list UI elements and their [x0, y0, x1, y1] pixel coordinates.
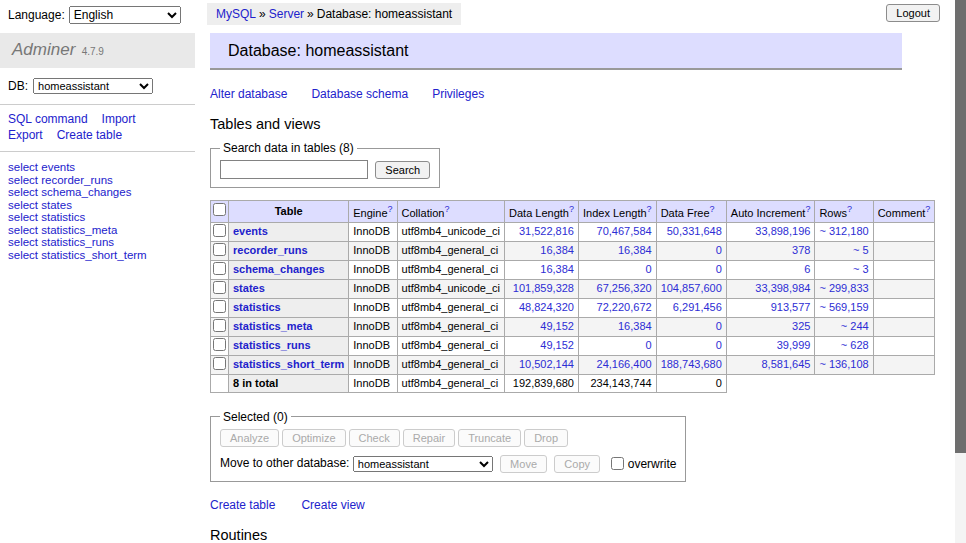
language-select[interactable]: English	[69, 6, 181, 24]
column-header-index-length: Index Length?	[578, 201, 656, 223]
help-superscript: ?	[925, 204, 930, 214]
column-help-link[interactable]: ?	[444, 204, 449, 214]
column-header-collation: Collation?	[397, 201, 504, 223]
sidebar-select-statistics-runs[interactable]: select statistics_runs	[8, 236, 195, 249]
select-all-checkbox[interactable]	[213, 203, 226, 216]
row-checkbox[interactable]	[213, 262, 226, 275]
checkbox-cell	[211, 241, 229, 260]
sidebar-select-schema-changes[interactable]: select schema_changes	[8, 186, 195, 199]
breadcrumb-server-link[interactable]: Server	[269, 7, 304, 21]
sidebar-action-sql-command[interactable]: SQL command	[8, 111, 88, 127]
engine-cell: InnoDB	[349, 298, 397, 317]
table-link-statistics-runs[interactable]: statistics_runs	[233, 339, 311, 351]
table-header-row: TableEngine?Collation?Data Length?Index …	[211, 201, 935, 223]
link-privileges[interactable]: Privileges	[432, 87, 484, 101]
routines-heading: Routines	[210, 527, 902, 543]
help-superscript: ?	[444, 204, 449, 214]
breadcrumb-mysql-link[interactable]: MySQL	[216, 7, 256, 21]
breadcrumb: MySQL»Server»Database: homeassistant	[207, 3, 461, 25]
sidebar-select-states[interactable]: select states	[8, 199, 195, 212]
row-checkbox[interactable]	[213, 224, 226, 237]
breadcrumb-separator: »	[307, 7, 314, 21]
repair-button[interactable]: Repair	[403, 429, 455, 447]
drop-button[interactable]: Drop	[524, 429, 568, 447]
sidebar-action-import[interactable]: Import	[102, 111, 136, 127]
copy-button[interactable]: Copy	[554, 455, 600, 473]
auto-increment-cell: 378	[726, 241, 815, 260]
vertical-scrollbar[interactable]	[955, 0, 966, 543]
search-button[interactable]: Search	[375, 161, 430, 179]
scrollbar-thumb[interactable]	[955, 0, 966, 453]
table-link-recorder-runs[interactable]: recorder_runs	[233, 244, 308, 256]
comment-cell	[873, 317, 935, 336]
column-help-link[interactable]: ?	[569, 204, 574, 214]
logout-button[interactable]: Logout	[886, 4, 940, 22]
data-length-cell: 16,384	[505, 241, 579, 260]
table-link-statistics[interactable]: statistics	[233, 301, 281, 313]
checkbox-cell	[211, 260, 229, 279]
check-button[interactable]: Check	[349, 429, 400, 447]
table-link-schema-changes[interactable]: schema_changes	[233, 263, 325, 275]
sidebar-actions: SQL commandImportExportCreate table	[0, 105, 168, 151]
data-length-cell: 48,824,320	[505, 298, 579, 317]
sidebar-action-export[interactable]: Export	[8, 127, 43, 143]
brand-name: Adminer	[12, 40, 75, 59]
row-checkbox[interactable]	[213, 243, 226, 256]
collation-cell: utf8mb4_general_ci	[397, 355, 504, 374]
column-help-link[interactable]: ?	[805, 204, 810, 214]
row-checkbox[interactable]	[213, 319, 226, 332]
total-data-length-cell: 192,839,680	[505, 374, 579, 392]
table-name-cell: statistics_runs	[229, 336, 349, 355]
table-link-events[interactable]: events	[233, 225, 268, 237]
column-help-link[interactable]: ?	[647, 204, 652, 214]
sidebar-select-events[interactable]: select events	[8, 161, 195, 174]
table-link-statistics-meta[interactable]: statistics_meta	[233, 320, 313, 332]
search-input[interactable]	[220, 160, 368, 179]
link-alter-database[interactable]: Alter database	[210, 87, 287, 101]
help-superscript: ?	[569, 204, 574, 214]
engine-cell: InnoDB	[349, 260, 397, 279]
sidebar-select-recorder-runs[interactable]: select recorder_runs	[8, 174, 195, 187]
column-help-link[interactable]: ?	[388, 204, 393, 214]
db-select[interactable]: homeassistant	[33, 78, 153, 94]
sidebar-action-create-table[interactable]: Create table	[57, 127, 122, 143]
table-row: schema_changesInnoDButf8mb4_general_ci16…	[211, 260, 935, 279]
move-label: Move to other database:	[220, 456, 349, 470]
move-button[interactable]: Move	[500, 455, 547, 473]
move-database-select[interactable]: homeassistant	[353, 456, 493, 472]
row-checkbox[interactable]	[213, 281, 226, 294]
data-length-cell: 101,859,328	[505, 279, 579, 298]
link-database-schema[interactable]: Database schema	[311, 87, 408, 101]
column-help-link[interactable]: ?	[710, 204, 715, 214]
index-length-cell: 24,166,400	[578, 355, 656, 374]
column-help-link[interactable]: ?	[847, 204, 852, 214]
empty-cell	[726, 374, 935, 392]
truncate-button[interactable]: Truncate	[458, 429, 521, 447]
row-checkbox[interactable]	[213, 300, 226, 313]
auto-increment-cell: 6	[726, 260, 815, 279]
link-bottom-create-table[interactable]: Create table	[210, 498, 275, 512]
data-free-cell: 0	[656, 260, 726, 279]
rows-cell: ~ 136,108	[815, 355, 873, 374]
row-checkbox[interactable]	[213, 357, 226, 370]
comment-cell	[873, 279, 935, 298]
sidebar-select-statistics-meta[interactable]: select statistics_meta	[8, 224, 195, 237]
total-label-cell: 8 in total	[229, 374, 349, 392]
overwrite-checkbox[interactable]	[611, 457, 624, 470]
table-row: statistics_runsInnoDButf8mb4_general_ci4…	[211, 336, 935, 355]
rows-cell: ~ 244	[815, 317, 873, 336]
table-link-statistics-short-term[interactable]: statistics_short_term	[233, 358, 344, 370]
table-row: statisticsInnoDButf8mb4_general_ci48,824…	[211, 298, 935, 317]
optimize-button[interactable]: Optimize	[282, 429, 345, 447]
analyze-button[interactable]: Analyze	[220, 429, 279, 447]
engine-cell: InnoDB	[349, 374, 397, 392]
sidebar-select-statistics[interactable]: select statistics	[8, 211, 195, 224]
table-link-states[interactable]: states	[233, 282, 265, 294]
sidebar-select-statistics-short-term[interactable]: select statistics_short_term	[8, 249, 195, 262]
link-bottom-create-view[interactable]: Create view	[301, 498, 364, 512]
sidebar: Adminer 4.7.9 DB: homeassistant SQL comm…	[0, 33, 195, 261]
row-checkbox[interactable]	[213, 338, 226, 351]
comment-cell	[873, 260, 935, 279]
checkbox-cell	[211, 374, 229, 392]
column-help-link[interactable]: ?	[925, 204, 930, 214]
